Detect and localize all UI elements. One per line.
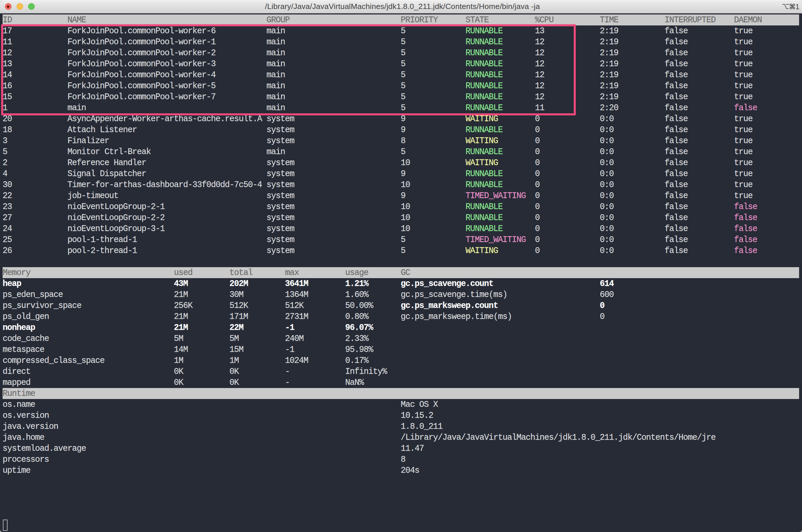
svg-text:1: 1 [795,3,799,11]
